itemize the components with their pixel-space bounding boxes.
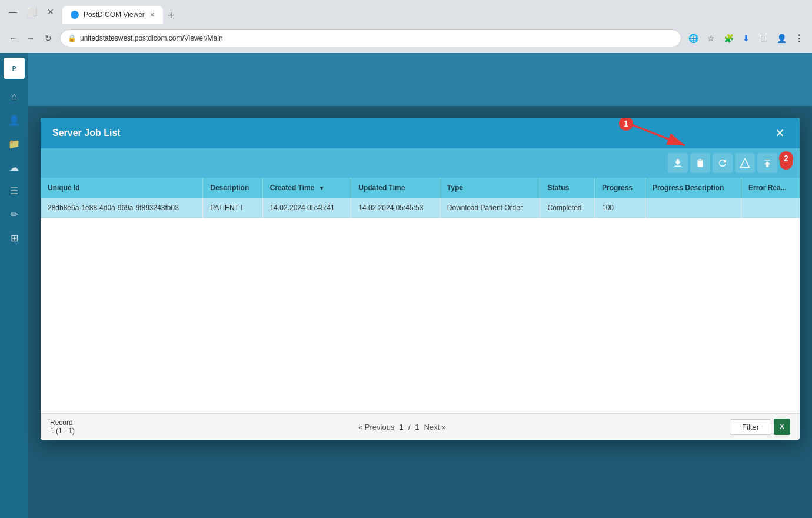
delete-icon bbox=[695, 158, 705, 168]
active-tab[interactable]: PostDICOM Viewer ✕ bbox=[62, 6, 163, 24]
col-error-reason: Error Rea... bbox=[741, 178, 800, 198]
col-created-time-label: Created Time bbox=[270, 184, 315, 192]
tab-favicon bbox=[71, 11, 79, 19]
footer-right: Filter X bbox=[730, 419, 790, 435]
lock-icon: 🔒 bbox=[68, 34, 76, 42]
col-status: Status bbox=[540, 178, 595, 198]
col-type-label: Type bbox=[447, 184, 463, 192]
cell-created_time: 14.02.2024 05:45:41 bbox=[262, 198, 351, 218]
forward-button[interactable]: → bbox=[22, 30, 39, 47]
tab-title: PostDICOM Viewer bbox=[84, 11, 145, 19]
reload-button[interactable]: ↻ bbox=[40, 30, 56, 47]
col-unique-id: Unique Id bbox=[41, 178, 203, 198]
sidebar-item-patients[interactable]: 👤 bbox=[4, 109, 25, 131]
notification-badge: 23 bbox=[780, 157, 793, 170]
col-description: Description bbox=[203, 178, 262, 198]
pagination: « Previous 1 / 1 Next » bbox=[358, 423, 446, 431]
translate-button[interactable]: 🌐 bbox=[685, 30, 701, 47]
record-label: Record bbox=[50, 419, 75, 427]
toolbar-refresh-button[interactable] bbox=[713, 153, 733, 173]
download-button[interactable]: ⬇ bbox=[738, 30, 754, 47]
cell-progress_description bbox=[645, 198, 741, 218]
download-icon bbox=[673, 158, 683, 168]
col-updated-time-label: Updated Time bbox=[358, 184, 405, 192]
browser-toolbar-icons: 🌐 ☆ 🧩 ⬇ ◫ 👤 ⋮ bbox=[685, 30, 807, 47]
next-button[interactable]: Next » bbox=[424, 423, 447, 431]
modal-close-button[interactable]: ✕ bbox=[771, 125, 788, 141]
toolbar-upload-button[interactable] bbox=[757, 153, 777, 173]
refresh-icon bbox=[717, 158, 728, 168]
minimize-button[interactable]: — bbox=[5, 4, 21, 20]
record-range: 1 (1 - 1) bbox=[50, 427, 75, 435]
cell-progress: 100 bbox=[595, 198, 645, 218]
account-button[interactable]: 👤 bbox=[773, 30, 790, 47]
page-separator: / bbox=[408, 423, 411, 431]
sidebar-item-cloud-upload[interactable]: ☁ bbox=[4, 157, 25, 178]
server-job-list-modal: Server Job List ✕ bbox=[41, 118, 800, 440]
filter-button[interactable]: Filter bbox=[730, 419, 771, 435]
browser-chrome: — ⬜ ✕ PostDICOM Viewer ✕ + ← → ↻ 🔒 unite… bbox=[0, 0, 812, 53]
maximize-button[interactable]: ⬜ bbox=[24, 4, 40, 20]
sidebar: P ⌂ 👤 📁 ☁ ☰ ✏ ⊞ bbox=[0, 53, 28, 518]
record-info: Record 1 (1 - 1) bbox=[50, 419, 75, 435]
col-description-label: Description bbox=[210, 184, 249, 192]
table-row[interactable]: 28db8e6a-1e88-4d0a-969a-9f893243fb03PATI… bbox=[41, 198, 800, 218]
excel-export-button[interactable]: X bbox=[774, 419, 790, 435]
col-updated-time: Updated Time bbox=[351, 178, 440, 198]
sort-arrow-icon: ▼ bbox=[319, 185, 325, 191]
modal-footer: Record 1 (1 - 1) « Previous 1 / 1 Next »… bbox=[41, 413, 800, 440]
col-status-label: Status bbox=[547, 184, 569, 192]
back-button[interactable]: ← bbox=[5, 30, 21, 47]
cell-unique_id: 28db8e6a-1e88-4d0a-969a-9f893243fb03 bbox=[41, 198, 203, 218]
omnibar[interactable]: 🔒 unitedstateswest.postdicom.com/Viewer/… bbox=[60, 29, 681, 47]
modal-overlay: Server Job List ✕ bbox=[28, 106, 812, 518]
sidebar-item-folder[interactable]: 📁 bbox=[4, 133, 25, 154]
table-header-row: Unique Id Description Created Time ▼ Upd… bbox=[41, 178, 800, 198]
app-logo: P bbox=[4, 58, 25, 79]
job-table: Unique Id Description Created Time ▼ Upd… bbox=[41, 178, 800, 218]
col-progress-description-label: Progress Description bbox=[653, 184, 724, 192]
cell-status: Completed bbox=[540, 198, 595, 218]
toolbar-delete-button[interactable] bbox=[690, 153, 710, 173]
clear-icon bbox=[740, 158, 750, 168]
previous-button[interactable]: « Previous bbox=[358, 423, 394, 431]
extensions-button[interactable]: 🧩 bbox=[720, 30, 737, 47]
cell-updated_time: 14.02.2024 05:45:53 bbox=[351, 198, 440, 218]
app-area: P ⌂ 👤 📁 ☁ ☰ ✏ ⊞ Server Job List ✕ bbox=[0, 53, 812, 518]
sidebar-item-list[interactable]: ☰ bbox=[4, 180, 25, 201]
sidebar-item-edit[interactable]: ✏ bbox=[4, 204, 25, 225]
cell-type: Download Patient Order bbox=[440, 198, 540, 218]
modal-title: Server Job List bbox=[52, 128, 121, 138]
col-created-time[interactable]: Created Time ▼ bbox=[262, 178, 351, 198]
profile-sidebar-button[interactable]: ◫ bbox=[756, 30, 772, 47]
bookmark-button[interactable]: ☆ bbox=[703, 30, 719, 47]
page-total: 1 bbox=[415, 423, 419, 431]
cell-error_reason bbox=[741, 198, 800, 218]
table-body: 28db8e6a-1e88-4d0a-969a-9f893243fb03PATI… bbox=[41, 198, 800, 218]
modal-content-area: Unique Id Description Created Time ▼ Upd… bbox=[41, 178, 800, 413]
col-unique-id-label: Unique Id bbox=[48, 184, 80, 192]
col-progress: Progress bbox=[595, 178, 645, 198]
browser-controls: — ⬜ ✕ bbox=[5, 4, 59, 20]
col-progress-description: Progress Description bbox=[645, 178, 741, 198]
browser-titlebar: — ⬜ ✕ PostDICOM Viewer ✕ + bbox=[0, 0, 812, 24]
toolbar-clear-button[interactable] bbox=[735, 153, 755, 173]
cell-description: PATIENT I bbox=[203, 198, 262, 218]
col-type: Type bbox=[440, 178, 540, 198]
url-display: unitedstateswest.postdicom.com/Viewer/Ma… bbox=[80, 34, 223, 42]
new-tab-button[interactable]: + bbox=[163, 7, 179, 24]
toolbar-download-button[interactable] bbox=[668, 153, 688, 173]
sidebar-item-home[interactable]: ⌂ bbox=[4, 86, 25, 107]
col-progress-label: Progress bbox=[602, 184, 633, 192]
col-error-reason-label: Error Rea... bbox=[748, 184, 787, 192]
modal-header: Server Job List ✕ bbox=[41, 118, 800, 148]
sidebar-item-panel[interactable]: ⊞ bbox=[4, 227, 25, 248]
modal-toolbar: 23 1 2 bbox=[41, 148, 800, 178]
more-options-button[interactable]: ⋮ bbox=[791, 30, 807, 47]
upload-icon bbox=[762, 158, 773, 168]
close-window-button[interactable]: ✕ bbox=[42, 4, 59, 20]
tab-close-button[interactable]: ✕ bbox=[149, 11, 155, 19]
browser-toolbar: ← → ↻ 🔒 unitedstateswest.postdicom.com/V… bbox=[0, 24, 812, 53]
page-current: 1 bbox=[399, 423, 403, 431]
